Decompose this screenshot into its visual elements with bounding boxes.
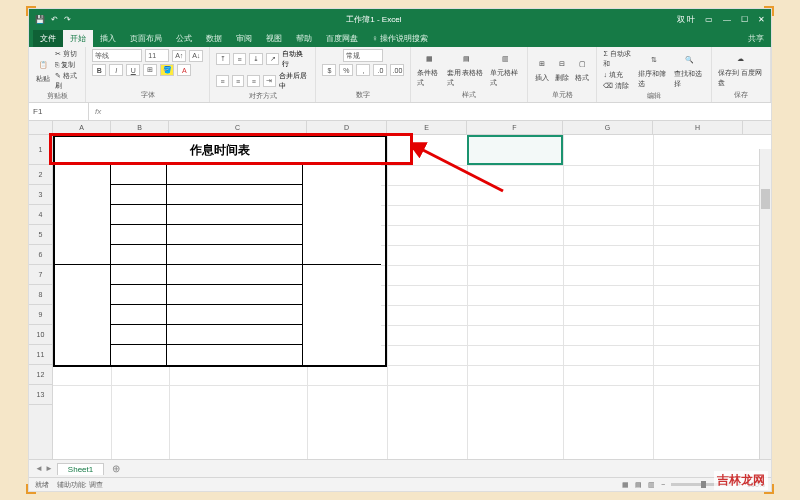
next-sheet-icon[interactable]: ► [45, 464, 53, 473]
tab-data[interactable]: 数据 [199, 30, 229, 47]
tab-review[interactable]: 审阅 [229, 30, 259, 47]
row-header[interactable]: 9 [29, 305, 52, 325]
row-header[interactable]: 1 [29, 135, 52, 165]
sheet-nav[interactable]: ◄► [35, 464, 53, 473]
decrease-font-button[interactable]: A↓ [189, 50, 203, 62]
col-header[interactable]: C [169, 121, 307, 134]
col-header[interactable]: B [111, 121, 169, 134]
status-accessibility[interactable]: 辅助功能: 调查 [57, 481, 103, 488]
row-header[interactable]: 12 [29, 365, 52, 385]
table-cell[interactable] [167, 325, 302, 345]
fx-icon[interactable]: fx [89, 107, 107, 116]
name-box[interactable]: F1 [29, 103, 89, 120]
select-all-button[interactable] [29, 121, 53, 134]
sort-filter-button[interactable]: ⇅排序和筛选 [638, 52, 669, 89]
border-button[interactable]: ⊞ [143, 64, 157, 76]
table-cell[interactable] [111, 305, 166, 325]
tab-help[interactable]: 帮助 [289, 30, 319, 47]
comma-button[interactable]: , [356, 64, 370, 76]
table-cell[interactable] [167, 165, 302, 185]
row-header[interactable]: 13 [29, 385, 52, 405]
font-size-select[interactable]: 11 [145, 49, 169, 62]
orientation-button[interactable]: ↗ [266, 53, 280, 65]
wrap-text-button[interactable]: 自动换行 [282, 49, 309, 69]
user-name[interactable]: 双 叶 [677, 14, 695, 25]
align-center-button[interactable]: ≡ [232, 75, 245, 87]
table-cell[interactable] [167, 245, 302, 265]
tab-page-layout[interactable]: 页面布局 [123, 30, 169, 47]
delete-cells-button[interactable]: ⊟删除 [554, 56, 570, 83]
prev-sheet-icon[interactable]: ◄ [35, 464, 43, 473]
table-cell[interactable] [111, 265, 166, 285]
align-right-button[interactable]: ≡ [247, 75, 260, 87]
row-header[interactable]: 8 [29, 285, 52, 305]
row-header[interactable]: 6 [29, 245, 52, 265]
paste-button[interactable]: 📋 粘贴 [35, 57, 51, 84]
number-format-select[interactable]: 常规 [343, 49, 383, 62]
tab-formulas[interactable]: 公式 [169, 30, 199, 47]
table-cell[interactable] [167, 285, 302, 305]
table-cell[interactable] [111, 245, 166, 265]
col-header[interactable]: D [307, 121, 387, 134]
align-top-button[interactable]: ⤒ [216, 53, 230, 65]
page-break-view-icon[interactable]: ▥ [648, 481, 655, 489]
table-cell[interactable] [167, 265, 302, 285]
col-header[interactable]: A [53, 121, 111, 134]
row-header[interactable]: 7 [29, 265, 52, 285]
format-table-button[interactable]: ▤套用 表格格式 [447, 51, 486, 88]
table-cell[interactable] [111, 185, 166, 205]
table-cell[interactable] [303, 165, 381, 265]
fill-button[interactable]: ↓ 填充 [603, 70, 634, 80]
save-icon[interactable]: 💾 [35, 15, 45, 24]
format-cells-button[interactable]: ▢格式 [574, 56, 590, 83]
decrease-decimal-button[interactable]: .00 [390, 64, 404, 76]
table-cell[interactable] [111, 165, 166, 185]
row-header[interactable]: 5 [29, 225, 52, 245]
table-cell[interactable] [111, 205, 166, 225]
tell-me[interactable]: ♀ 操作说明搜索 [365, 30, 435, 47]
table-cell[interactable] [111, 325, 166, 345]
save-baidu-button[interactable]: ☁保存到 百度网盘 [718, 51, 764, 88]
merge-center-button[interactable]: 合并后居中 [279, 71, 310, 91]
currency-button[interactable]: $ [322, 64, 336, 76]
insert-cells-button[interactable]: ⊞插入 [534, 56, 550, 83]
tab-view[interactable]: 视图 [259, 30, 289, 47]
table-cell[interactable] [167, 225, 302, 245]
row-header[interactable]: 3 [29, 185, 52, 205]
tab-file[interactable]: 文件 [33, 30, 63, 47]
align-left-button[interactable]: ≡ [216, 75, 229, 87]
col-header[interactable]: G [563, 121, 653, 134]
close-icon[interactable]: ✕ [758, 15, 765, 24]
copy-button[interactable]: ⎘ 复制 [55, 60, 79, 70]
find-select-button[interactable]: 🔍查找和选择 [674, 52, 705, 89]
table-cell[interactable] [55, 165, 110, 265]
redo-icon[interactable]: ↷ [64, 15, 71, 24]
table-cell[interactable] [55, 265, 110, 365]
ribbon-display-icon[interactable]: ▭ [705, 15, 713, 24]
row-header[interactable]: 4 [29, 205, 52, 225]
row-header[interactable]: 11 [29, 345, 52, 365]
percent-button[interactable]: % [339, 64, 353, 76]
format-painter-button[interactable]: ✎ 格式刷 [55, 71, 79, 91]
clear-button[interactable]: ⌫ 清除 [603, 81, 634, 91]
normal-view-icon[interactable]: ▦ [622, 481, 629, 489]
font-name-select[interactable]: 等线 [92, 49, 142, 62]
indent-button[interactable]: ⇥ [263, 75, 276, 87]
bold-button[interactable]: B [92, 64, 106, 76]
scrollbar-thumb[interactable] [761, 189, 770, 209]
table-cell[interactable] [167, 305, 302, 325]
increase-font-button[interactable]: A↑ [172, 50, 186, 62]
underline-button[interactable]: U [126, 64, 140, 76]
table-cell[interactable] [111, 225, 166, 245]
undo-icon[interactable]: ↶ [51, 15, 58, 24]
minimize-icon[interactable]: — [723, 15, 731, 24]
col-header[interactable]: F [467, 121, 563, 134]
row-header[interactable]: 10 [29, 325, 52, 345]
align-middle-button[interactable]: ≡ [233, 53, 247, 65]
grid-body[interactable]: 作息时间表 [53, 135, 771, 459]
formula-input[interactable] [107, 103, 771, 120]
zoom-out-button[interactable]: − [661, 481, 665, 488]
align-bottom-button[interactable]: ⤓ [249, 53, 263, 65]
increase-decimal-button[interactable]: .0 [373, 64, 387, 76]
col-header[interactable]: H [653, 121, 743, 134]
